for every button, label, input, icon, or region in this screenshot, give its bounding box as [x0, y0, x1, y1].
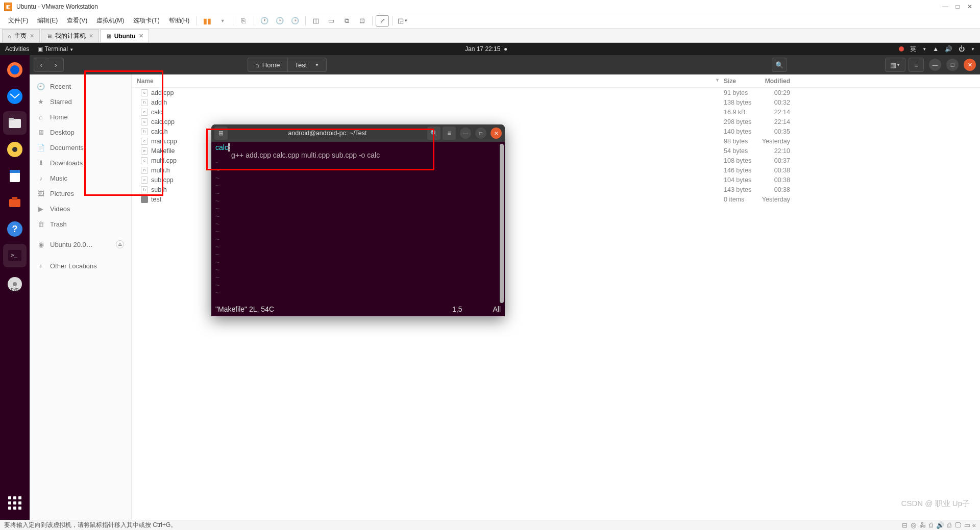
- network-icon[interactable]: ▲: [933, 45, 939, 53]
- sidebar-item-pictures[interactable]: 🖼Pictures: [30, 186, 131, 201]
- snapshot-button[interactable]: 🕐: [257, 15, 272, 27]
- layout1-icon[interactable]: ◫: [309, 15, 323, 27]
- menu-view[interactable]: 查看(V): [63, 14, 91, 27]
- vim-line2: g++ add.cpp calc.cpp multi.cpp sub.cpp -…: [215, 152, 501, 159]
- sidebar-item-documents[interactable]: 📄Documents: [30, 140, 131, 155]
- activities-button[interactable]: Activities: [5, 45, 29, 53]
- file-size: 98 bytes: [724, 138, 760, 145]
- minimize-button[interactable]: —: [939, 3, 951, 10]
- back-button[interactable]: ‹: [34, 58, 49, 72]
- terminal-close-button[interactable]: ✕: [491, 128, 502, 139]
- status-net-icon[interactable]: 🖧: [919, 521, 926, 529]
- terminal-menu-button[interactable]: ≡: [443, 127, 456, 140]
- file-type-icon: c: [141, 176, 148, 184]
- file-size: 298 bytes: [724, 118, 760, 125]
- path-home[interactable]: ⌂Home: [248, 58, 287, 72]
- path-bar: ⌂Home Test ▼: [248, 58, 327, 72]
- eject-icon[interactable]: ⏏: [116, 240, 124, 248]
- col-name-header[interactable]: Name: [137, 78, 154, 85]
- path-test[interactable]: Test ▼: [287, 58, 327, 72]
- menu-edit[interactable]: 编辑(E): [33, 14, 62, 27]
- sidebar-item-starred[interactable]: ★Starred: [30, 94, 131, 109]
- sidebar-item-desktop[interactable]: 🖥Desktop: [30, 124, 131, 140]
- status-cd-icon[interactable]: ◎: [911, 521, 916, 529]
- send-button[interactable]: ⎘: [236, 15, 251, 27]
- status-usb-icon[interactable]: ⎙: [929, 521, 933, 529]
- pause-button[interactable]: ▮▮: [200, 15, 214, 27]
- file-row[interactable]: ecalc16.9 kB22:14: [132, 107, 980, 117]
- col-modified-header[interactable]: Modified: [760, 78, 795, 85]
- host-tab-2[interactable]: 🖥Ubuntu✕: [100, 29, 149, 42]
- fullscreen-button[interactable]: ⤢: [376, 15, 389, 27]
- panel-clock[interactable]: Jan 17 22:15: [465, 45, 500, 53]
- host-tabs: ⌂主页✕🖥我的计算机✕🖥Ubuntu✕: [0, 29, 980, 43]
- sidebar-label: Recent: [50, 83, 71, 90]
- dock-software[interactable]: [3, 191, 27, 214]
- menu-vm[interactable]: 虚拟机(M): [92, 14, 128, 27]
- view-list-button[interactable]: ≡: [909, 58, 924, 72]
- unity-button[interactable]: ◲ ▼: [396, 15, 410, 27]
- sidebar-item-videos[interactable]: ▶Videos: [30, 201, 131, 216]
- sidebar-item-music[interactable]: ♪Music: [30, 170, 131, 186]
- dock-firefox[interactable]: [3, 58, 27, 82]
- dock-dvd[interactable]: DVD: [3, 272, 27, 296]
- col-size-header[interactable]: Size: [724, 78, 760, 85]
- files-minimize-button[interactable]: —: [929, 59, 941, 71]
- status-sound-icon[interactable]: 🔊: [936, 521, 944, 529]
- dock-writer[interactable]: [3, 164, 27, 188]
- dock-help[interactable]: ?: [3, 217, 27, 241]
- host-tab-0[interactable]: ⌂主页✕: [2, 29, 40, 42]
- host-tab-1[interactable]: 🖥我的计算机✕: [41, 29, 99, 42]
- forward-button[interactable]: ›: [48, 58, 64, 72]
- layout4-icon[interactable]: ⊡: [355, 15, 369, 27]
- terminal-new-tab-button[interactable]: ⊞: [214, 127, 228, 140]
- file-row[interactable]: hadd.h138 bytes00:32: [132, 97, 980, 107]
- layout2-icon[interactable]: ▭: [324, 15, 338, 27]
- tab-close-icon[interactable]: ✕: [30, 33, 34, 39]
- snapshot-manage-button[interactable]: 🕒: [288, 15, 302, 27]
- terminal-maximize-button[interactable]: □: [475, 128, 486, 139]
- files-maximize-button[interactable]: □: [946, 59, 959, 71]
- terminal-menu[interactable]: ▣ Terminal ▼: [37, 45, 74, 53]
- files-close-button[interactable]: ✕: [964, 59, 976, 71]
- dock-files[interactable]: [3, 111, 27, 135]
- tab-close-icon[interactable]: ✕: [89, 33, 93, 39]
- sidebar-item-ubuntu[interactable]: ◉Ubuntu 20.0…⏏: [30, 237, 131, 252]
- sidebar-item-recent[interactable]: 🕘Recent: [30, 79, 131, 94]
- maximize-button[interactable]: □: [951, 3, 964, 10]
- dropdown-icon[interactable]: ▼: [215, 15, 230, 27]
- sort-arrow-icon[interactable]: ▼: [715, 78, 720, 85]
- menu-help[interactable]: 帮助(H): [165, 14, 194, 27]
- sidebar-item-trash[interactable]: 🗑Trash: [30, 216, 131, 232]
- volume-icon[interactable]: 🔊: [945, 45, 952, 53]
- terminal-scrollbar[interactable]: [500, 144, 504, 303]
- dock-rhythmbox[interactable]: [3, 138, 27, 161]
- status-display-icon[interactable]: 🖵: [954, 521, 961, 529]
- input-language[interactable]: 英: [910, 45, 916, 54]
- sidebar-item-downloads[interactable]: ⬇Downloads: [30, 155, 131, 170]
- sidebar-item-otherlocations[interactable]: +Other Locations: [30, 258, 131, 273]
- show-applications-button[interactable]: [3, 491, 27, 515]
- sidebar-label: Desktop: [50, 129, 75, 136]
- close-button[interactable]: ✕: [964, 3, 976, 10]
- search-button[interactable]: 🔍: [772, 58, 787, 72]
- menu-file[interactable]: 文件(F): [4, 14, 32, 27]
- dock-terminal[interactable]: >_: [3, 244, 27, 267]
- power-icon[interactable]: ⏻: [959, 45, 965, 53]
- terminal-minimize-button[interactable]: —: [460, 128, 471, 139]
- dock-thunderbird[interactable]: [3, 85, 27, 108]
- sidebar-item-home[interactable]: ⌂Home: [30, 109, 131, 124]
- view-grid-button[interactable]: ▦ ▼: [885, 58, 905, 72]
- terminal-search-button[interactable]: 🔍: [427, 127, 440, 140]
- tab-close-icon[interactable]: ✕: [139, 33, 143, 39]
- terminal-content[interactable]: calc: g++ add.cpp calc.cpp multi.cpp sub…: [211, 142, 505, 304]
- status-disk-icon[interactable]: ⊟: [902, 521, 908, 529]
- menu-tabs[interactable]: 选项卡(T): [129, 14, 163, 27]
- status-more-icon[interactable]: ▭ «: [964, 521, 976, 529]
- snapshot-revert-button[interactable]: 🕑: [273, 15, 287, 27]
- layout3-icon[interactable]: ⧉: [339, 15, 354, 27]
- svg-text:DVD: DVD: [11, 288, 19, 291]
- file-row[interactable]: cadd.cpp91 bytes00:29: [132, 88, 980, 97]
- notification-dot-icon[interactable]: [899, 46, 904, 52]
- status-printer-icon[interactable]: ⎙: [947, 521, 951, 529]
